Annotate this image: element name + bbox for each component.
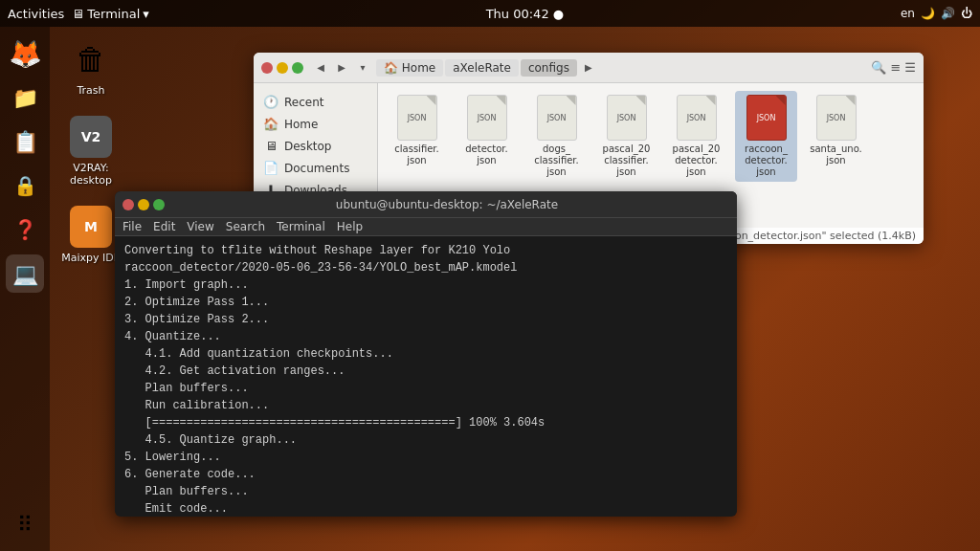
fm-breadcrumb-home[interactable]: 🏠 Home: [376, 59, 443, 77]
term-line-15: Plan buffers...: [124, 483, 727, 500]
term-line-5: 3. Optimize Pass 2...: [124, 311, 727, 328]
term-menu-terminal[interactable]: Terminal: [277, 220, 325, 233]
terminal-caret: ▾: [143, 7, 149, 21]
terminal-indicator: 🖥 Terminal ▾: [72, 7, 148, 21]
fm-nav-buttons: ◀ ▶ ▾: [311, 58, 372, 77]
file-pascal20-classifier[interactable]: JSON pascal_20classifier.json: [595, 91, 657, 182]
file-icon-pascal20-segnet: JSON: [677, 95, 717, 141]
file-icon-raccoon-detector: JSON: [746, 95, 787, 141]
term-line-13: 5. Lowering...: [124, 449, 727, 466]
fm-breadcrumb-forward[interactable]: ▶: [579, 58, 598, 77]
terminal-titlebar: ubuntu@ubuntu-desktop: ~/aXeleRate: [115, 191, 737, 218]
fm-dropdown-btn[interactable]: ▾: [353, 58, 372, 77]
dock-item3[interactable]: 📋: [6, 122, 44, 161]
file-icon-detector: JSON: [467, 95, 507, 141]
file-icon-pascal20-classifier: JSON: [607, 95, 647, 141]
fm-close-btn[interactable]: [261, 62, 273, 74]
maixpy-label: Maixpy IDE: [61, 252, 120, 264]
file-detector[interactable]: JSON detector.json: [456, 91, 518, 182]
term-line-16: Emit code...: [124, 500, 727, 512]
file-name-pascal20-classifier: pascal_20classifier.json: [603, 143, 651, 178]
fm-min-btn[interactable]: [277, 62, 288, 74]
desktop: Activities 🖥 Terminal ▾ Thu 00:42 ● en 🌙…: [0, 0, 980, 551]
terminal-min-btn[interactable]: [138, 199, 149, 210]
topbar: Activities 🖥 Terminal ▾ Thu 00:42 ● en 🌙…: [0, 0, 980, 27]
term-menu-search[interactable]: Search: [226, 220, 265, 233]
file-raccoon-detector[interactable]: JSON raccoon_detector.json: [735, 91, 797, 182]
recent-icon: 🕐: [263, 95, 278, 109]
dock-item5[interactable]: ❓: [6, 210, 44, 249]
term-line-1: Converting to tflite without Reshape lay…: [124, 242, 727, 259]
sidebar-item-label-recent: Recent: [284, 96, 323, 109]
clock: Thu 00:42 ●: [486, 7, 565, 21]
fm-back-btn[interactable]: ◀: [311, 58, 330, 77]
dock-grid[interactable]: ⠿: [6, 505, 44, 543]
sidebar-item-desktop[interactable]: 🖥 Desktop: [254, 135, 377, 157]
terminal-icon: 🖥: [72, 7, 84, 21]
power-icon[interactable]: ⏻: [961, 7, 972, 20]
term-line-8: 4.2. Get activation ranges...: [124, 363, 727, 380]
file-name-dogs-classifier: dogs_classifier.json: [534, 143, 578, 178]
file-classifier[interactable]: JSON classifier.json: [386, 91, 448, 182]
sidebar-item-home[interactable]: 🏠 Home: [254, 113, 377, 135]
sidebar-item-recent[interactable]: 🕐 Recent: [254, 91, 377, 113]
activities-label[interactable]: Activities: [8, 7, 64, 21]
dock: 🦊 📁 📋 🔒 ❓ 💻 ⠿: [0, 27, 50, 551]
term-line-9: Plan buffers...: [124, 380, 727, 397]
term-line-6: 4. Quantize...: [124, 328, 727, 345]
terminal-max-btn[interactable]: [153, 199, 165, 210]
terminal-window: ubuntu@ubuntu-desktop: ~/aXeleRate File …: [115, 191, 737, 517]
fm-search-area: 🔍 ≡ ☰: [871, 60, 916, 75]
file-icon-classifier: JSON: [397, 95, 437, 141]
fm-view-icon[interactable]: ≡: [890, 60, 901, 75]
fm-breadcrumb-axelerate[interactable]: aXeleRate: [445, 59, 519, 77]
file-name-detector: detector.json: [465, 143, 507, 166]
moon-icon[interactable]: 🌙: [921, 7, 935, 20]
terminal-menu: File Edit View Search Terminal Help: [115, 218, 737, 236]
lang-indicator[interactable]: en: [901, 7, 915, 20]
term-menu-help[interactable]: Help: [337, 220, 363, 233]
term-menu-view[interactable]: View: [187, 220, 213, 233]
terminal-label[interactable]: Terminal: [87, 7, 140, 21]
fm-breadcrumb-configs[interactable]: configs: [521, 59, 577, 77]
file-pascal20-segnet[interactable]: JSON pascal_20detector.json: [665, 91, 727, 182]
file-name-santa-uno: santa_uno.json: [810, 143, 862, 166]
dock-firefox[interactable]: 🦊: [6, 34, 44, 73]
dock-files[interactable]: 📁: [6, 78, 44, 117]
term-line-4: 2. Optimize Pass 1...: [124, 294, 727, 311]
fm-forward-btn[interactable]: ▶: [332, 58, 351, 77]
terminal-close-btn[interactable]: [122, 199, 134, 210]
desktop-icon-v2ray[interactable]: V2 V2RAY:desktop: [57, 116, 124, 187]
sidebar-item-label-documents: Documents: [284, 162, 349, 175]
dock-item4[interactable]: 🔒: [6, 166, 44, 205]
terminal-title: ubuntu@ubuntu-desktop: ~/aXeleRate: [165, 198, 729, 211]
trash-label: Trash: [77, 84, 104, 97]
file-icon-santa-uno: JSON: [816, 95, 857, 141]
desktop-icon-trash[interactable]: 🗑 Trash: [57, 38, 124, 97]
dock-terminal[interactable]: 💻: [6, 254, 44, 293]
sidebar-item-label-desktop: Desktop: [284, 140, 332, 153]
fm-max-btn[interactable]: [292, 62, 303, 74]
term-line-2: raccoon_detector/2020-05-06_23-56-34/YOL…: [124, 259, 727, 276]
term-menu-edit[interactable]: Edit: [153, 220, 175, 233]
documents-icon: 📄: [263, 161, 278, 175]
file-name-pascal20-segnet: pascal_20detector.json: [673, 143, 721, 178]
v2ray-label: V2RAY:desktop: [70, 162, 112, 187]
file-name-raccoon-detector: raccoon_detector.json: [745, 143, 788, 178]
term-line-11: [=======================================…: [124, 414, 727, 431]
terminal-window-controls: [122, 199, 165, 210]
sidebar-item-documents[interactable]: 📄 Documents: [254, 157, 377, 179]
term-line-14: 6. Generate code...: [124, 466, 727, 483]
file-name-classifier: classifier.json: [394, 143, 438, 166]
file-icon-dogs-classifier: JSON: [537, 95, 577, 141]
desktop-icon-sidebar: 🖥: [263, 139, 278, 153]
fm-menu-icon[interactable]: ☰: [904, 60, 916, 75]
search-icon[interactable]: 🔍: [871, 60, 886, 75]
file-dogs-classifier[interactable]: JSON dogs_classifier.json: [525, 91, 588, 182]
sidebar-item-label-home: Home: [284, 118, 318, 131]
terminal-content: Converting to tflite without Reshape lay…: [115, 236, 737, 512]
term-menu-file[interactable]: File: [122, 220, 142, 233]
term-line-12: 4.5. Quantize graph...: [124, 431, 727, 449]
audio-icon[interactable]: 🔊: [941, 7, 955, 20]
file-santa-uno[interactable]: JSON santa_uno.json: [805, 91, 867, 182]
